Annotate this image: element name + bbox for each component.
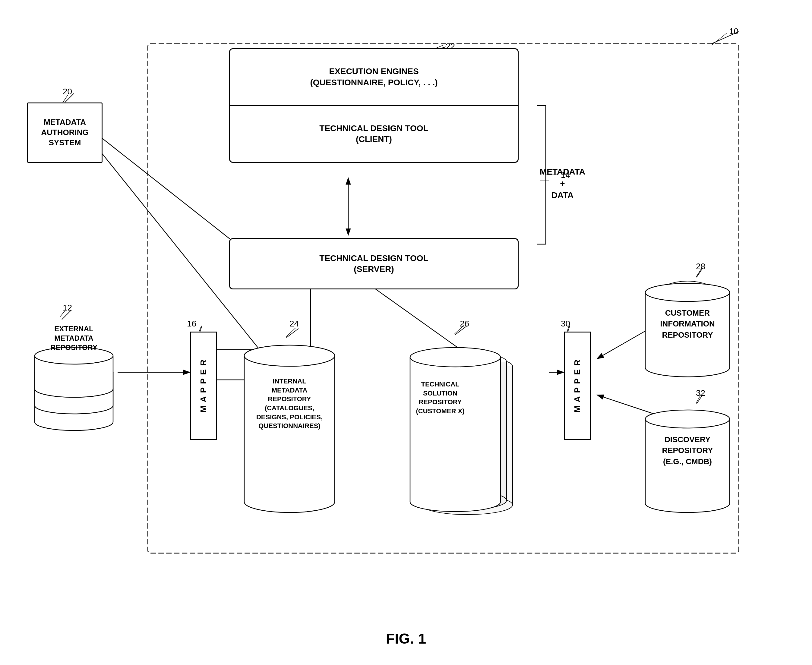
ref-30: 30 bbox=[561, 319, 570, 329]
ref-14: 14 bbox=[561, 170, 570, 180]
discovery-cylinder: DISCOVERY REPOSITORY (E.G., CMDB) bbox=[636, 401, 739, 516]
execution-engines-label: EXECUTION ENGINES (QUESTIONNAIRE, POLICY… bbox=[310, 66, 438, 88]
technical-solution-cylinder: TECHNICAL SOLUTION REPOSITORY (CUSTOMER … bbox=[395, 332, 546, 519]
ref-20: 20 bbox=[63, 87, 72, 97]
external-metadata-cylinder: EXTERNAL METADATA REPOSITORY bbox=[27, 313, 121, 434]
tech-design-client-label: TECHNICAL DESIGN TOOL (CLIENT) bbox=[319, 123, 428, 145]
figure-caption: FIG. 1 bbox=[386, 631, 426, 647]
svg-point-75 bbox=[645, 283, 730, 301]
mapper-left-label: M A P P E R bbox=[197, 359, 210, 413]
ref-12: 12 bbox=[63, 303, 72, 313]
customer-info-cylinder: CUSTOMER INFORMATION REPOSITORY bbox=[636, 274, 739, 380]
execution-engines-box: EXECUTION ENGINES (QUESTIONNAIRE, POLICY… bbox=[229, 48, 518, 163]
svg-point-70 bbox=[410, 347, 500, 367]
ref-10: 10 bbox=[729, 26, 738, 36]
ref-32: 32 bbox=[696, 388, 705, 398]
svg-line-25 bbox=[712, 33, 727, 45]
svg-point-55 bbox=[244, 345, 335, 366]
mapper-right: M A P P E R bbox=[564, 332, 591, 440]
ref-16: 16 bbox=[187, 319, 196, 329]
ref-26: 26 bbox=[460, 319, 469, 329]
svg-point-80 bbox=[645, 410, 730, 428]
diagram-container: 10 20 METADATA AUTHORING SYSTEM 22 EXECU… bbox=[18, 18, 794, 636]
ref-28: 28 bbox=[696, 262, 705, 271]
mapper-left: M A P P E R bbox=[190, 332, 217, 440]
internal-metadata-cylinder: INTERNAL METADATA REPOSITORY (CATALOGUES… bbox=[235, 332, 344, 519]
ref-24: 24 bbox=[289, 319, 299, 329]
metadata-authoring-box: METADATA AUTHORING SYSTEM bbox=[27, 103, 103, 163]
tech-design-server-box: TECHNICAL DESIGN TOOL (SERVER) bbox=[229, 238, 518, 289]
mapper-right-label: M A P P E R bbox=[571, 359, 584, 413]
